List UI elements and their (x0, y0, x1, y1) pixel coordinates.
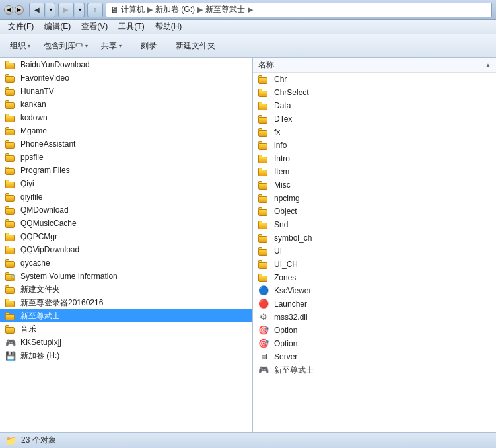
left-pane-item[interactable]: 🎮KKSetupIxjj (0, 336, 252, 349)
right-item-name: Server (274, 352, 297, 361)
menu-edit[interactable]: 编辑(E) (39, 20, 76, 34)
right-item-name: 新至尊武士 (274, 365, 314, 376)
right-item-name: Option (274, 326, 297, 335)
right-pane-item[interactable]: info (253, 139, 496, 152)
left-pane-item[interactable]: PhoneAssistant (0, 137, 252, 151)
left-pane-item[interactable]: ppsfile (0, 151, 252, 164)
toolbar-separator-2 (166, 38, 166, 54)
right-pane-item[interactable]: Chr (253, 73, 496, 86)
right-pane-item[interactable]: ChrSelect (253, 86, 496, 99)
separator-3: ▶ (248, 5, 253, 14)
right-pane-item[interactable]: 🖥Server (253, 350, 496, 363)
left-pane-item[interactable]: QQVipDownload (0, 243, 252, 256)
right-pane-item[interactable]: 🎮新至尊武士 (253, 363, 496, 377)
left-item-name: KKSetupIxjj (20, 338, 61, 347)
computer-icon: 🖥 (110, 5, 118, 15)
left-pane-item[interactable]: Mgame (0, 124, 252, 137)
status-text: 23 个对象 (21, 435, 56, 446)
right-pane-item[interactable]: 🎯Option (253, 337, 496, 350)
right-pane-item[interactable]: Intro (253, 152, 496, 165)
left-pane-item[interactable]: 新至尊武士 (0, 309, 252, 322)
right-item-name: DTex (274, 114, 292, 124)
right-pane-item[interactable]: symbol_ch (253, 231, 496, 244)
right-pane[interactable]: 名称 ▲ Chr ChrSelect Data DTex fx info Int… (253, 58, 496, 432)
right-pane-item[interactable]: Snd (253, 218, 496, 231)
right-pane-item[interactable]: Object (253, 205, 496, 218)
right-pane-item[interactable]: UI (253, 244, 496, 258)
menu-file[interactable]: 文件(F) (3, 20, 39, 34)
right-pane-item[interactable]: DTex (253, 112, 496, 126)
back-arrow[interactable]: ◀ (29, 3, 45, 17)
organize-button[interactable]: 组织 ▾ (4, 38, 36, 55)
burn-button[interactable]: 刻录 (135, 38, 162, 55)
left-item-name: QQVipDownload (20, 245, 79, 254)
left-item-name: QQPCMgr (20, 232, 57, 241)
left-pane-item[interactable]: qycache (0, 256, 252, 270)
left-pane-item[interactable]: kankan (0, 98, 252, 111)
right-pane-item[interactable]: UI_CH (253, 258, 496, 271)
forward-arrow[interactable]: ▶ (58, 3, 74, 17)
status-bar: 📁 23 个对象 (0, 432, 496, 448)
right-pane-item[interactable]: ⚙mss32.dll (253, 311, 496, 324)
forward-arrow-dropdown[interactable]: ▾ (75, 3, 85, 17)
left-pane-item[interactable]: 新建文件夹 (0, 283, 252, 296)
left-pane-item[interactable]: Program Files (0, 164, 252, 177)
left-pane-item[interactable]: kcdown (0, 111, 252, 124)
right-pane-item[interactable]: Data (253, 99, 496, 112)
left-pane-item[interactable]: QMDownload (0, 204, 252, 217)
share-button[interactable]: 共享 ▾ (95, 38, 127, 55)
right-item-name: KscViewer (274, 286, 311, 295)
left-item-name: kcdown (20, 113, 48, 122)
right-pane-item[interactable]: fx (253, 126, 496, 139)
left-pane-item[interactable]: 新至尊登录器20160216 (0, 296, 252, 309)
left-pane-item[interactable]: 💾新加卷 (H:) (0, 349, 252, 362)
left-pane-item[interactable]: qiyifile (0, 190, 252, 204)
right-item-name: Snd (274, 220, 288, 229)
left-pane[interactable]: BaiduYunDownload FavoriteVideo HunanTV k… (0, 58, 253, 432)
left-item-name: ppsfile (20, 153, 44, 162)
right-pane-item[interactable]: 🔴Launcher (253, 297, 496, 311)
left-item-name: 新至尊登录器20160216 (20, 297, 103, 309)
right-pane-item[interactable]: 🎯Option (253, 324, 496, 337)
left-item-name: System Volume Information (20, 272, 118, 281)
separator-1: ▶ (147, 5, 153, 14)
right-item-name: UI (274, 246, 282, 256)
left-item-name: 新至尊武士 (20, 311, 60, 322)
left-pane-item[interactable]: QQMusicCache (0, 217, 252, 230)
menu-tools[interactable]: 工具(T) (113, 20, 149, 34)
right-pane-item[interactable]: Misc (253, 178, 496, 192)
right-pane-item[interactable]: 🔵KscViewer (253, 284, 496, 297)
address-part-3: 新至尊武士 (205, 4, 245, 15)
share-label: 共享 (101, 40, 117, 52)
left-pane-item[interactable]: 🔒 System Volume Information (0, 270, 252, 283)
left-pane-item[interactable]: FavoriteVideo (0, 71, 252, 85)
new-folder-button[interactable]: 新建文件夹 (170, 38, 221, 55)
burn-label: 刻录 (141, 40, 157, 52)
right-pane-item[interactable]: Zones (253, 271, 496, 284)
left-pane-item[interactable]: 音乐 (0, 322, 252, 336)
left-item-name: QQMusicCache (20, 219, 77, 228)
include-library-button[interactable]: 包含到库中 ▾ (38, 38, 94, 55)
address-bar[interactable]: 🖥 计算机 ▶ 新加卷 (G:) ▶ 新至尊武士 ▶ (106, 3, 492, 17)
right-item-name: Chr (274, 75, 287, 84)
left-pane-item[interactable]: QQPCMgr (0, 230, 252, 243)
left-pane-item[interactable]: HunanTV (0, 85, 252, 98)
left-item-name: 音乐 (20, 324, 36, 335)
status-folder-icon: 📁 (5, 435, 16, 446)
back-button[interactable]: ◀ (4, 5, 13, 15)
menu-help[interactable]: 帮助(H) (150, 20, 188, 34)
forward-button[interactable]: ▶ (15, 5, 24, 15)
up-arrow[interactable]: ↑ (87, 3, 103, 17)
menu-view[interactable]: 查看(V) (76, 20, 113, 34)
left-pane-item[interactable]: Qiyi (0, 177, 252, 190)
back-arrow-dropdown[interactable]: ▾ (46, 3, 55, 17)
left-item-name: kankan (20, 100, 46, 109)
right-item-name: fx (274, 128, 280, 137)
new-folder-label: 新建文件夹 (176, 40, 215, 52)
right-pane-item[interactable]: Item (253, 165, 496, 178)
left-item-name: PhoneAssistant (20, 139, 75, 149)
left-pane-item[interactable]: BaiduYunDownload (0, 58, 252, 71)
right-pane-item[interactable]: npcimg (253, 192, 496, 205)
left-item-name: Qiyi (20, 179, 34, 188)
right-item-name: UI_CH (274, 260, 298, 269)
